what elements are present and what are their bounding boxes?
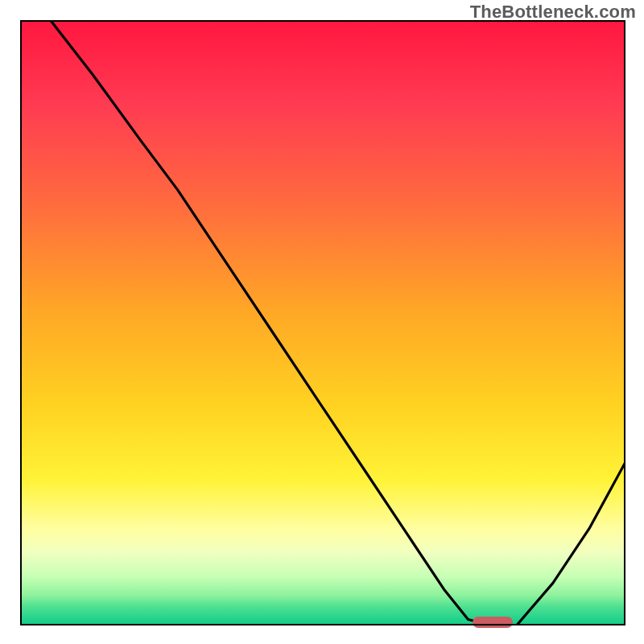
plot-frame [20, 20, 625, 625]
chart-container: TheBottleneck.com [0, 0, 644, 644]
plot-area [20, 20, 625, 625]
